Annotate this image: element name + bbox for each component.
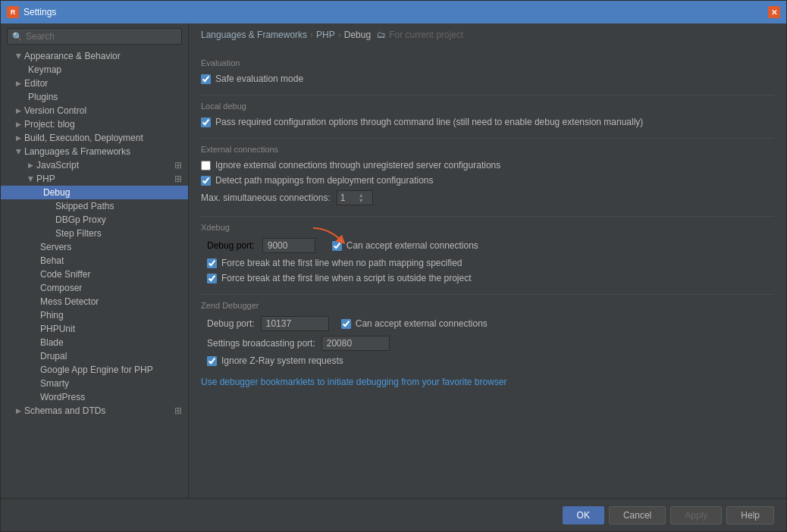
settings-panel: Evaluation Safe evaluation mode Local de… [189, 46, 786, 498]
ignore-zray-row: Ignore Z-Ray system requests [207, 355, 774, 366]
arrow-open-icon: ▶ [27, 177, 35, 182]
xdebug-label: Xdebug [201, 223, 774, 232]
sidebar-item-skipped-paths[interactable]: Skipped Paths [1, 199, 188, 213]
zend-broadcasting-row: Settings broadcasting port: [207, 336, 774, 351]
sidebar-item-php[interactable]: ▶ PHP ⊞ [1, 172, 188, 186]
app-icon: R [7, 6, 19, 18]
sidebar-item-schemas-dtds[interactable]: ▶ Schemas and DTDs ⊞ [1, 404, 188, 418]
sidebar-item-build-execution[interactable]: ▶ Build, Execution, Deployment [1, 131, 188, 145]
cancel-button[interactable]: Cancel [609, 506, 666, 524]
sidebar-item-plugins[interactable]: Plugins [1, 90, 188, 104]
title-bar: R Settings ✕ [1, 1, 786, 23]
xdebug-port-input[interactable] [262, 238, 315, 253]
spinner-arrows[interactable]: ▲ ▼ [359, 192, 364, 203]
sidebar-item-wordpress[interactable]: WordPress [1, 390, 188, 404]
local-debug-label: Local debug [201, 102, 774, 111]
arrow-icon: ▶ [28, 161, 33, 169]
local-debug-section: Local debug Pass required configuration … [201, 102, 774, 127]
ignore-external-row: Ignore external connections through unre… [201, 160, 774, 171]
sidebar-item-code-sniffer[interactable]: Code Sniffer [1, 268, 188, 281]
evaluation-label: Evaluation [201, 58, 774, 67]
main-content: Languages & Frameworks › PHP › Debug 🗂 F… [189, 23, 786, 498]
zend-debugger-label: Zend Debugger [201, 301, 774, 310]
pass-config-row: Pass required configuration options thro… [201, 117, 774, 127]
detect-path-row: Detect path mappings from deployment con… [201, 175, 774, 186]
can-accept-external-row: Can accept external connections [332, 240, 478, 251]
zend-debugger-section: Zend Debugger Debug port: Can accept ext… [201, 301, 774, 366]
arrow-icon: ▶ [15, 54, 23, 59]
close-button[interactable]: ✕ [768, 6, 780, 18]
evaluation-section: Evaluation Safe evaluation mode [201, 58, 774, 84]
divider [201, 95, 774, 95]
ok-button[interactable]: OK [563, 506, 604, 524]
force-break-outside-row: Force break at the first line when a scr… [207, 273, 774, 283]
sidebar: 🔍 ▶ Appearance & Behavior Keymap ▶ Edito… [1, 23, 189, 498]
search-icon: 🔍 [12, 32, 23, 42]
copy-icon: ⊞ [174, 405, 182, 416]
copy-icon: ⊞ [174, 174, 182, 184]
xdebug-port-row: Debug port: [207, 238, 774, 253]
zend-can-accept-row: Can accept external connections [341, 318, 488, 329]
max-connections-spinner[interactable]: ▲ ▼ [337, 190, 373, 205]
sidebar-item-project[interactable]: ▶ Project: blog [1, 117, 188, 131]
sidebar-item-drupal[interactable]: Drupal [1, 349, 188, 363]
content-area: 🔍 ▶ Appearance & Behavior Keymap ▶ Edito… [1, 23, 786, 498]
sidebar-item-blade[interactable]: Blade [1, 336, 188, 349]
sidebar-item-javascript[interactable]: ▶ JavaScript ⊞ [1, 158, 188, 172]
force-break-outside-checkbox[interactable] [207, 274, 217, 283]
arrow-icon: ▶ [16, 120, 21, 128]
external-connections-section: External connections Ignore external con… [201, 145, 774, 205]
search-box[interactable]: 🔍 [7, 28, 182, 45]
sidebar-item-step-filters[interactable]: Step Filters [1, 227, 188, 240]
detect-path-checkbox[interactable] [201, 176, 211, 186]
debugger-bookmarklets-link[interactable]: Use debugger bookmarklets to initiate de… [201, 377, 507, 387]
arrow-icon: ▶ [16, 80, 21, 87]
settings-dialog: R Settings ✕ 🔍 ▶ Appearance & Behavior K… [0, 0, 787, 532]
sidebar-item-behat[interactable]: Behat [1, 254, 188, 268]
zend-port-row: Debug port: Can accept external connecti… [207, 316, 774, 331]
force-break-no-mapping-row: Force break at the first line when no pa… [207, 258, 774, 268]
search-input[interactable] [26, 31, 177, 42]
force-break-no-mapping-checkbox[interactable] [207, 258, 217, 268]
xdebug-section: Xdebug Debug port: [201, 223, 774, 283]
safe-evaluation-row: Safe evaluation mode [201, 74, 774, 84]
zend-can-accept-checkbox[interactable] [341, 319, 351, 329]
project-hint-icon: 🗂 [377, 30, 386, 40]
zend-broadcasting-input[interactable] [321, 336, 390, 351]
arrow-icon: ▶ [16, 134, 21, 142]
external-connections-label: External connections [201, 145, 774, 154]
footer: OK Cancel Apply Help [1, 498, 786, 531]
sidebar-item-google-app-engine[interactable]: Google App Engine for PHP [1, 363, 188, 377]
zend-port-input[interactable] [261, 316, 329, 331]
sidebar-item-phing[interactable]: Phing [1, 308, 188, 322]
sidebar-item-smarty[interactable]: Smarty [1, 377, 188, 390]
breadcrumb: Languages & Frameworks › PHP › Debug 🗂 F… [189, 23, 786, 46]
divider [201, 294, 774, 295]
safe-evaluation-checkbox[interactable] [201, 74, 211, 84]
sidebar-item-debug[interactable]: Debug [1, 186, 188, 199]
sidebar-item-appearance-behavior[interactable]: ▶ Appearance & Behavior [1, 49, 188, 63]
sidebar-item-keymap[interactable]: Keymap [1, 63, 188, 77]
apply-button[interactable]: Apply [670, 506, 722, 524]
arrow-icon: ▶ [16, 407, 21, 415]
arrow-icon: ▶ [16, 107, 21, 114]
ignore-external-checkbox[interactable] [201, 161, 211, 171]
debugger-link-row: Use debugger bookmarklets to initiate de… [201, 377, 774, 387]
help-button[interactable]: Help [726, 506, 774, 524]
max-connections-row: Max. simultaneous connections: ▲ ▼ [201, 190, 774, 205]
sidebar-item-languages-frameworks[interactable]: ▶ Languages & Frameworks [1, 145, 188, 158]
sidebar-item-version-control[interactable]: ▶ Version Control [1, 104, 188, 117]
sidebar-item-dbgp-proxy[interactable]: DBGp Proxy [1, 213, 188, 227]
sidebar-item-phpunit[interactable]: PHPUnit [1, 322, 188, 336]
sidebar-item-servers[interactable]: Servers [1, 240, 188, 254]
sidebar-item-editor[interactable]: ▶ Editor [1, 77, 188, 90]
max-connections-input[interactable] [340, 192, 357, 203]
copy-icon: ⊞ [174, 160, 182, 171]
sidebar-item-composer[interactable]: Composer [1, 281, 188, 295]
divider [201, 138, 774, 139]
sidebar-tree: ▶ Appearance & Behavior Keymap ▶ Editor … [1, 49, 188, 498]
can-accept-external-checkbox[interactable] [332, 241, 342, 251]
pass-config-checkbox[interactable] [201, 117, 211, 127]
sidebar-item-mess-detector[interactable]: Mess Detector [1, 295, 188, 308]
ignore-zray-checkbox[interactable] [207, 356, 217, 366]
